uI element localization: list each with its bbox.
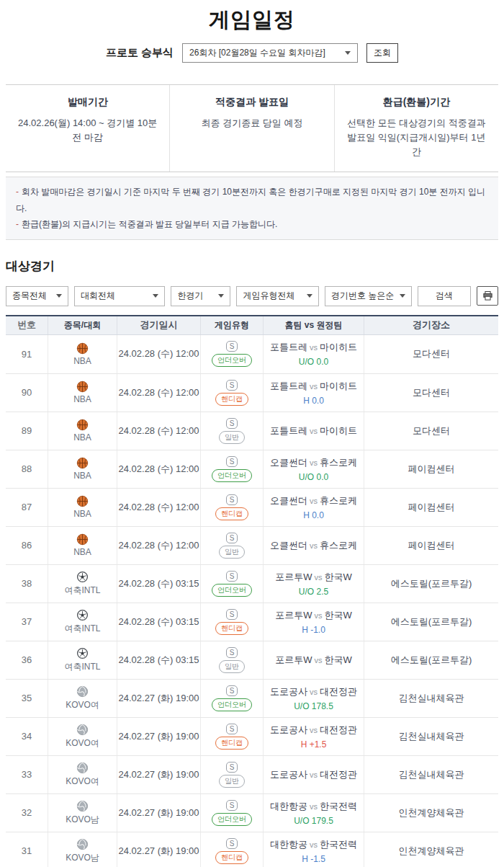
game-row: 32 KOVO남 24.02.27 (화) 19:00 S 언더오버 대한항공v… [6, 793, 498, 832]
single-game-filter-select[interactable]: 한경기 [171, 286, 230, 306]
print-button[interactable] [477, 286, 498, 306]
league-filter-select[interactable]: 대회전체 [74, 286, 165, 306]
home-team: 대한항공 [270, 801, 307, 812]
teams-line: 도로공사vs대전정관 [270, 768, 357, 781]
notice-text: 환급(환불)의 지급시기는 적중결과 발표 당일부터 지급 가능합니다. [22, 219, 277, 229]
teams-line: 포르투Wvs한국W [275, 571, 352, 584]
vs-label: vs [310, 427, 318, 435]
game-datetime: 24.02.28 (수) 12:00 [117, 412, 200, 450]
game-type-cell: S 언더오버 [200, 565, 263, 603]
sport-label: 여축INTL [64, 623, 100, 635]
basketball-icon [76, 342, 89, 355]
single-game-s-icon: S [226, 494, 238, 505]
sport-cell: KOVO남 [48, 794, 117, 832]
info-header: 적중결과 발표일 [179, 96, 325, 109]
sport-cell: KOVO여 [48, 718, 117, 755]
game-type-cell: S 언더오버 [200, 680, 263, 717]
filter-value: 종목전체 [12, 290, 47, 302]
match-line-value: H 0.0 [303, 510, 324, 520]
game-number: 87 [6, 489, 48, 526]
single-game-s-icon: S [226, 838, 238, 849]
game-type-badge: 일반 [219, 431, 245, 444]
game-type-cell: S 언더오버 [200, 794, 263, 832]
match-line-value: U/O 2.5 [299, 587, 328, 597]
single-game-s-icon: S [226, 724, 238, 734]
game-type-badge: 일반 [219, 546, 245, 559]
col-header-game-type: 게임유형 [200, 316, 263, 334]
sport-cell: 여축INTL [48, 603, 117, 641]
match-line-value: H 0.0 [303, 396, 324, 406]
venue: 모다센터 [364, 335, 498, 373]
game-type-cell: S 핸디캡 [200, 718, 263, 755]
chevron-down-icon [345, 51, 351, 55]
game-row: 90 NBA 24.02.28 (수) 12:00 S 핸디캡 포틀트레vs마이… [6, 373, 498, 412]
venue: 페이컴센터 [364, 489, 498, 526]
search-button[interactable]: 검색 [418, 286, 472, 306]
venue: 에스토릴(포르투갈) [364, 603, 498, 641]
games-table: 번호 종목/대회 경기일시 게임유형 홈팀 vs 원정팀 경기장소 91 NBA… [6, 315, 498, 867]
home-team: 대한항공 [270, 839, 307, 850]
proto-label: 프로토 승부식 [106, 46, 174, 60]
filter-value: 대회전체 [81, 290, 115, 302]
vs-label: vs [310, 343, 318, 352]
match-cell: 도로공사vs대전정관 U/O 178.5 [263, 680, 364, 717]
sport-label: NBA [73, 547, 91, 557]
info-col-result-date: 적중결과 발표일 최종 경기종료 당일 예정 [169, 85, 333, 172]
col-header-number: 번호 [6, 316, 48, 334]
vs-label: vs [310, 770, 318, 779]
match-line-value: H -1.0 [302, 625, 325, 635]
basketball-icon [76, 533, 89, 546]
game-type-filter-select[interactable]: 게임유형전체 [236, 286, 319, 306]
single-game-s-icon: S [226, 571, 238, 582]
teams-line: 포틀트레vs마이히트 [270, 380, 357, 393]
vs-label: vs [310, 458, 318, 467]
filter-bar: 종목전체 대회전체 한경기 게임유형전체 경기번호 높은순 검색 [6, 286, 498, 306]
game-type-cell: S 언더오버 [200, 335, 263, 373]
away-team: 휴스로케 [320, 495, 357, 506]
teams-line: 도로공사vs대전정관 [270, 724, 357, 737]
basketball-icon [76, 457, 89, 469]
venue: 김천실내체육관 [364, 680, 498, 717]
vs-label: vs [315, 573, 323, 582]
away-team: 한국전력 [320, 839, 357, 850]
away-team: 한국전력 [320, 801, 357, 812]
game-type-badge: 일반 [219, 660, 245, 673]
game-number: 34 [6, 718, 48, 755]
round-select-value: 26회차 [02월28일 수요일 회차마감] [189, 47, 325, 59]
section-title-target-games: 대상경기 [6, 258, 498, 275]
chevron-down-icon [56, 294, 62, 298]
game-type-badge: 언더오버 [212, 354, 252, 367]
match-cell: 오클썬더vs휴스로케 H 0.0 [263, 489, 364, 526]
game-type-badge: 언더오버 [212, 584, 252, 597]
printer-icon [482, 290, 493, 301]
sport-cell: NBA [48, 489, 117, 526]
match-line-value: H -1.5 [302, 854, 325, 864]
match-line-value: U/O 0.0 [299, 357, 328, 367]
teams-line: 도로공사vs대전정관 [270, 685, 357, 698]
soccer-icon [76, 609, 89, 621]
venue: 김천실내체육관 [364, 718, 498, 755]
game-row: 87 NBA 24.02.28 (수) 12:00 S 핸디캡 오클썬더vs휴스… [6, 488, 498, 526]
round-select[interactable]: 26회차 [02월28일 수요일 회차마감] [182, 43, 358, 63]
notice-bullet: - [16, 219, 19, 229]
venue: 에스토릴(포르투갈) [364, 565, 498, 603]
match-cell: 포틀트레vs마이히트 [263, 412, 364, 450]
game-datetime: 24.02.27 (화) 19:00 [117, 832, 200, 867]
game-type-badge: 일반 [219, 775, 245, 788]
info-col-refund-period: 환급(환불)기간 선택한 모든 대상경기의 적중결과 발표일 익일(지급개시일)… [334, 85, 498, 172]
sort-order-select[interactable]: 경기번호 높은순 [325, 286, 411, 306]
lookup-button[interactable]: 조회 [366, 43, 398, 63]
game-row: 38 여축INTL 24.02.28 (수) 03:15 S 언더오버 포르투W… [6, 564, 498, 603]
away-team: 마이히트 [320, 342, 357, 352]
sport-filter-select[interactable]: 종목전체 [6, 286, 68, 306]
sport-label: NBA [73, 356, 91, 366]
vs-label: vs [310, 688, 318, 696]
venue: 모다센터 [364, 412, 498, 450]
game-datetime: 24.02.27 (화) 19:00 [117, 718, 200, 755]
single-game-s-icon: S [226, 456, 238, 467]
game-type-badge: 언더오버 [212, 813, 252, 826]
home-team: 포틀트레 [270, 342, 307, 352]
game-type-cell: S 일반 [200, 527, 263, 564]
vs-label: vs [310, 726, 318, 734]
sport-cell: NBA [48, 374, 117, 412]
